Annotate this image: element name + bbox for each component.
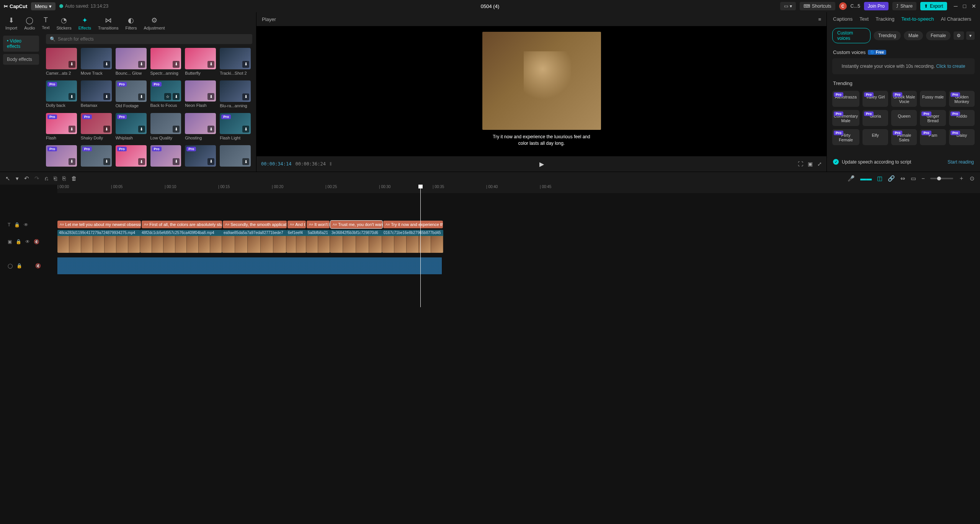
user-avatar[interactable]: C: [839, 2, 847, 10]
effect-item[interactable]: Pro⬇: [185, 145, 216, 169]
library-tab-stickers[interactable]: ◔Stickers: [57, 15, 72, 32]
menu-button[interactable]: Menu ▾: [31, 2, 56, 10]
effect-item[interactable]: ⬇Spectr...anning: [150, 48, 181, 77]
voice-item[interactable]: ProKiddo: [949, 110, 975, 126]
download-icon[interactable]: ⬇: [173, 126, 180, 133]
download-icon[interactable]: ⬇: [242, 93, 249, 100]
effect-item[interactable]: Pro⬇: [46, 145, 77, 169]
lock-icon[interactable]: 🔒: [16, 239, 21, 244]
voice-category[interactable]: Trending: [874, 31, 901, 40]
inspector-tab[interactable]: Tracking: [875, 16, 894, 22]
text-clip[interactable]: And t: [287, 221, 306, 228]
shortcuts-button[interactable]: ⌨ Shortcuts: [800, 2, 835, 10]
download-icon[interactable]: ⬇: [207, 61, 214, 68]
library-category[interactable]: Body effects: [3, 54, 39, 65]
effect-item[interactable]: ⬇Bounc... Glow: [116, 48, 147, 77]
download-icon[interactable]: ⬇: [103, 61, 110, 68]
voice-item[interactable]: ProFlirty Female: [832, 129, 859, 145]
effects-search[interactable]: 🔍: [46, 34, 252, 44]
voice-item[interactable]: ProValley Girl: [862, 91, 888, 107]
download-icon[interactable]: ⬇: [207, 126, 214, 133]
download-icon[interactable]: ⬇: [207, 93, 214, 100]
effect-item[interactable]: ⬇Betamax: [81, 80, 112, 109]
video-clip[interactable]: ea9ae85da5a7a97eda82771bede7: [222, 230, 286, 253]
search-input[interactable]: [58, 36, 248, 42]
eye-icon[interactable]: 👁: [25, 239, 30, 244]
delete-tool[interactable]: 🗑: [71, 175, 77, 182]
voice-item[interactable]: Elfy: [862, 129, 888, 145]
video-clip[interactable]: 48ca283d1199c417279a724879934275.mp4: [57, 230, 140, 253]
voice-item[interactable]: ProGloria: [862, 110, 888, 126]
ripple-icon[interactable]: ⇔: [900, 175, 905, 182]
download-icon[interactable]: ⬇: [242, 126, 249, 133]
join-pro-button[interactable]: Join Pro: [864, 2, 889, 10]
text-clip[interactable]: Try it now and experience the: [383, 221, 443, 228]
text-clip[interactable]: First of all, the colors are absolutely …: [142, 221, 222, 228]
effect-item[interactable]: Pro⬇Dolly back: [46, 80, 77, 109]
start-reading-button[interactable]: Start reading: [947, 159, 974, 165]
voice-item[interactable]: ProCommentary Male: [832, 110, 859, 126]
download-icon[interactable]: ⬇: [173, 61, 180, 68]
bars-icon[interactable]: ⦀: [330, 161, 332, 167]
split-right-tool[interactable]: ⎘: [62, 175, 66, 182]
scale-icon[interactable]: ⛶: [798, 161, 803, 167]
play-button[interactable]: ▶: [539, 160, 544, 168]
close-icon[interactable]: ✕: [972, 3, 976, 9]
export-button[interactable]: ⬆ Export: [920, 2, 947, 10]
redo-button[interactable]: ↷: [34, 175, 39, 182]
voice-item[interactable]: ProPam: [920, 129, 946, 145]
share-button[interactable]: ⤴ Share: [892, 2, 916, 10]
playhead[interactable]: [420, 185, 421, 307]
voice-item[interactable]: Queen: [891, 110, 917, 126]
effect-item[interactable]: Pro⬇: [116, 145, 147, 169]
lock-icon[interactable]: 🔒: [14, 222, 20, 228]
text-clip[interactable]: Trust me, you don't wan: [330, 221, 382, 228]
inspector-tab[interactable]: AI Characters: [941, 16, 971, 22]
voice-item[interactable]: Fussy male: [920, 91, 946, 107]
minimize-icon[interactable]: ─: [954, 3, 958, 9]
voice-category[interactable]: Female: [926, 31, 951, 40]
download-icon[interactable]: ⬇: [69, 93, 75, 100]
library-tab-import[interactable]: ⬇Import: [5, 15, 17, 32]
effect-item[interactable]: Pro⬇Flash Light: [220, 113, 251, 142]
inspector-tab[interactable]: Text: [859, 16, 869, 22]
download-icon[interactable]: ⬇: [138, 158, 145, 165]
voice-item[interactable]: ProGolden Monkey: [949, 91, 975, 107]
download-icon[interactable]: ⬇: [103, 126, 110, 133]
download-icon[interactable]: ⬇: [138, 126, 145, 133]
sort-icon[interactable]: ▾: [966, 31, 975, 40]
download-icon[interactable]: ⬇: [103, 158, 110, 165]
inspector-tab[interactable]: Captions: [833, 16, 853, 22]
effect-item[interactable]: ⬇Ghosting: [185, 113, 216, 142]
layout-toggle[interactable]: ▭ ▾: [780, 2, 795, 10]
effect-item[interactable]: ⬇Camer...ats 2: [46, 48, 77, 77]
library-tab-transitions[interactable]: ⋈Transitions: [98, 15, 118, 32]
click-to-create-link[interactable]: Click to create: [936, 64, 965, 69]
effect-item[interactable]: Pro⬇Whiplash: [116, 113, 147, 142]
audio-clip[interactable]: [57, 257, 442, 274]
filter-icon[interactable]: ⚙: [954, 31, 964, 40]
split-tool[interactable]: ⎌: [45, 175, 48, 182]
library-tab-audio[interactable]: ◯Audio: [24, 15, 35, 32]
voice-item[interactable]: ProFemale Sales: [891, 129, 917, 145]
ratio-icon[interactable]: ▣: [808, 161, 813, 167]
mute-icon[interactable]: 🔇: [35, 263, 41, 269]
link-preview-icon[interactable]: ◫: [877, 175, 882, 182]
lock-icon[interactable]: 🔒: [16, 263, 22, 269]
download-icon[interactable]: ⬇: [138, 61, 145, 68]
effect-item[interactable]: Pro⬇: [81, 145, 112, 169]
voice-item[interactable]: ProAlexstrasza: [832, 91, 859, 107]
effect-item[interactable]: Pro⬇: [150, 145, 181, 169]
download-icon[interactable]: ⬇: [69, 158, 75, 165]
zoom-out-icon[interactable]: −: [921, 175, 925, 182]
marker-icon[interactable]: ▭: [911, 175, 916, 182]
player-menu-icon[interactable]: ≡: [818, 16, 821, 22]
video-preview[interactable]: [482, 32, 601, 130]
magnet-on-icon[interactable]: ▬▬: [860, 175, 872, 182]
effect-item[interactable]: ⬇Tracki...Shot 2: [220, 48, 251, 77]
pointer-dropdown[interactable]: ▾: [16, 175, 19, 182]
video-clip[interactable]: 6ef1eef4: [286, 230, 306, 253]
download-icon[interactable]: ⬇: [69, 61, 75, 68]
effect-item[interactable]: ⬇Neon Flash: [185, 80, 216, 109]
mic-icon[interactable]: 🎤: [848, 175, 855, 182]
